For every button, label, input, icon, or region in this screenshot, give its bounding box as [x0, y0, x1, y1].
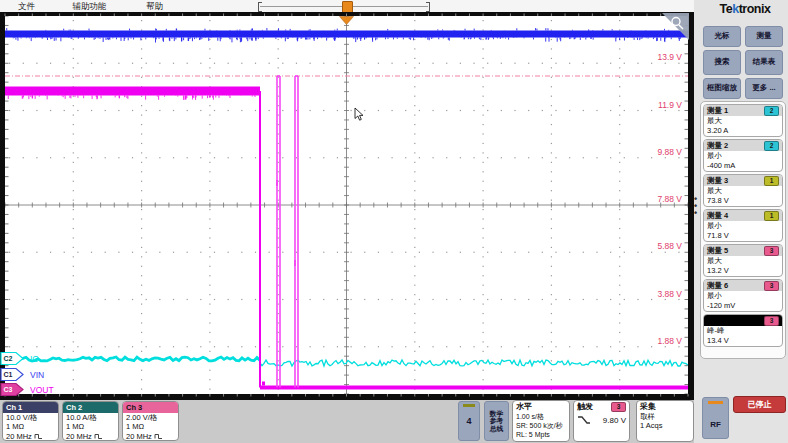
source-channel-badge: 1: [764, 211, 779, 221]
acquisition-overview-bar[interactable]: [258, 1, 430, 12]
overview-right-bracket[interactable]: [426, 2, 430, 12]
math-label: 数学: [490, 410, 504, 418]
measurement-card-2[interactable]: 测量 22 最小-400 mA: [703, 139, 783, 172]
channel1-name: Ch 1: [3, 402, 58, 413]
source-channel-badge: 2: [764, 141, 779, 151]
measurement-stat-label: 最大: [707, 186, 779, 196]
ch3-trace-low: [260, 386, 688, 390]
trigger-settings-badge[interactable]: 触发 3 9.80 V: [573, 400, 630, 442]
box-zoom-button[interactable]: 框图缩放: [703, 78, 741, 99]
channel3-badge[interactable]: Ch 3 2.00 V/格 1 MΩ 20 MHz: [122, 401, 179, 441]
trigger-source-badge: 3: [611, 402, 626, 412]
svg-text:5.88 V: 5.88 V: [657, 241, 682, 251]
svg-text:C2: C2: [4, 355, 13, 362]
trigger-title: 触发: [577, 402, 593, 412]
math-ref-bus-button[interactable]: 数学 参考 总线: [484, 401, 509, 441]
rf-accent-line: [708, 401, 723, 404]
overview-left-bracket[interactable]: [258, 2, 262, 12]
source-channel-badge: 3: [764, 246, 779, 256]
channel1-bandwidth: 20 MHz: [6, 432, 32, 441]
rf-label: RF: [703, 420, 728, 429]
horizontal-sample-rate: SR: 500 k次/秒: [516, 421, 566, 430]
waveform-canvas[interactable]: 13.9 V11.9 V9.88 V7.88 V5.88 V3.88 V1.88…: [0, 12, 694, 400]
add-channel4-button[interactable]: 4: [458, 401, 480, 441]
measurement-title: 测量 4: [707, 211, 728, 221]
source-channel-badge: 3: [764, 281, 779, 291]
channel2-name: Ch 2: [63, 402, 118, 413]
trace-label-VIN: VIN: [30, 370, 44, 380]
horizontal-scale: 1.00 s/格: [516, 412, 566, 421]
svg-text:1.88 V: 1.88 V: [657, 336, 682, 346]
bandwidth-limit-icon: [154, 433, 163, 440]
measurement-title: 测量 2: [707, 141, 728, 151]
stopped-status-button[interactable]: 已停止: [733, 396, 786, 413]
measurement-stat-label: 峰-峰: [707, 326, 779, 336]
channel3-impedance: 1 MΩ: [126, 422, 175, 431]
measurement-card-4[interactable]: 测量 41 最小71.8 V: [703, 209, 783, 242]
acquisition-mode: 取样: [640, 412, 690, 421]
channel2-impedance: 1 MΩ: [66, 422, 115, 431]
svg-text:3.88 V: 3.88 V: [657, 289, 682, 299]
measurement-title: 测量 3: [707, 176, 728, 186]
channel2-scale: 10.0 A/格: [66, 413, 115, 422]
svg-text:C3: C3: [4, 386, 13, 393]
bandwidth-limit-icon: [34, 433, 43, 440]
channel4-accent-line: [463, 404, 475, 407]
measurement-value: 13.2 V: [707, 266, 779, 276]
channel3-scale: 2.00 V/格: [126, 413, 175, 422]
measurement-card-1[interactable]: 测量 12 最大3.20 A: [703, 104, 783, 137]
waveform-display[interactable]: 13.9 V11.9 V9.88 V7.88 V5.88 V3.88 V1.88…: [0, 12, 694, 400]
measurement-value: 3.20 A: [707, 126, 779, 136]
svg-text:11.9 V: 11.9 V: [658, 100, 682, 110]
measurement-card-peak-to-peak[interactable]: 3 峰-峰13.4 V: [703, 314, 783, 347]
measure-button[interactable]: 测量: [745, 26, 783, 47]
acquisition-count: 1 Acqs: [640, 421, 690, 430]
ch3-trace-high: [5, 87, 260, 96]
ch1-trace: [5, 31, 688, 38]
measurement-value: 73.8 V: [707, 196, 779, 206]
trace-label-IO: IO: [30, 354, 39, 364]
more-button[interactable]: 更多 ...: [745, 78, 783, 99]
svg-text:7.88 V: 7.88 V: [657, 194, 682, 204]
svg-text:C1: C1: [4, 371, 13, 378]
channel3-name: Ch 3: [123, 402, 178, 413]
measurement-value: 13.4 V: [707, 336, 779, 346]
measurement-stat-label: 最大: [707, 116, 779, 126]
measurement-title: 测量 5: [707, 246, 728, 256]
measurement-card-6[interactable]: 测量 63 最小-120 mV: [703, 279, 783, 312]
measurement-value: -120 mV: [707, 301, 779, 311]
measurement-value: 71.8 V: [707, 231, 779, 241]
bus-label: 总线: [490, 425, 504, 433]
rf-button[interactable]: RF: [702, 397, 729, 439]
measurement-card-5[interactable]: 测量 53 最大13.2 V: [703, 244, 783, 277]
measurement-card-3[interactable]: 测量 31 最大73.8 V: [703, 174, 783, 207]
channel1-scale: 10.0 V/格: [6, 413, 55, 422]
bottom-settings-bar: Ch 1 10.0 V/格 1 MΩ 20 MHz Ch 2 10.0 A/格 …: [0, 400, 694, 443]
cursors-button[interactable]: 光标: [703, 26, 741, 47]
logo-text-right: tronix: [739, 2, 771, 16]
measurement-results-panel: 测量 12 最大3.20 A 测量 22 最小-400 mA 测量 31 最大7…: [700, 101, 786, 359]
search-button[interactable]: 搜索: [703, 50, 741, 75]
measurement-title: 测量 6: [707, 281, 728, 291]
measurement-stat-label: 最小: [707, 291, 779, 301]
svg-text:13.9 V: 13.9 V: [657, 52, 682, 62]
measurement-stat-label: 最小: [707, 221, 779, 231]
acquisition-settings-badge[interactable]: 采集 取样 1 Acqs: [636, 400, 694, 442]
channel1-badge[interactable]: Ch 1 10.0 V/格 1 MΩ 20 MHz: [2, 401, 59, 441]
measurement-value: -400 mA: [707, 161, 779, 171]
horizontal-title: 水平: [516, 402, 566, 412]
results-table-button[interactable]: 结果表: [745, 50, 783, 75]
source-channel-badge: 1: [764, 176, 779, 186]
horizontal-record-length: RL: 5 Mpts: [516, 430, 566, 439]
channel4-label: 4: [459, 416, 479, 426]
panel-drag-handle-icon[interactable]: •••: [694, 196, 700, 217]
channel2-badge[interactable]: Ch 2 10.0 A/格 1 MΩ 20 MHz: [62, 401, 119, 441]
measurement-title: 测量 1: [707, 106, 728, 116]
trigger-level-value: 9.80 V: [603, 416, 626, 425]
horizontal-settings-badge[interactable]: 水平 1.00 s/格 SR: 500 k次/秒 RL: 5 Mpts: [512, 400, 570, 442]
oscilloscope-screen: { "menu": { "items": [ {"label": "文件"}, …: [0, 0, 788, 443]
source-channel-badge: 2: [764, 106, 779, 116]
source-channel-badge: 3: [764, 316, 779, 326]
measurement-stat-label: 最大: [707, 256, 779, 266]
falling-edge-icon: [577, 415, 591, 425]
